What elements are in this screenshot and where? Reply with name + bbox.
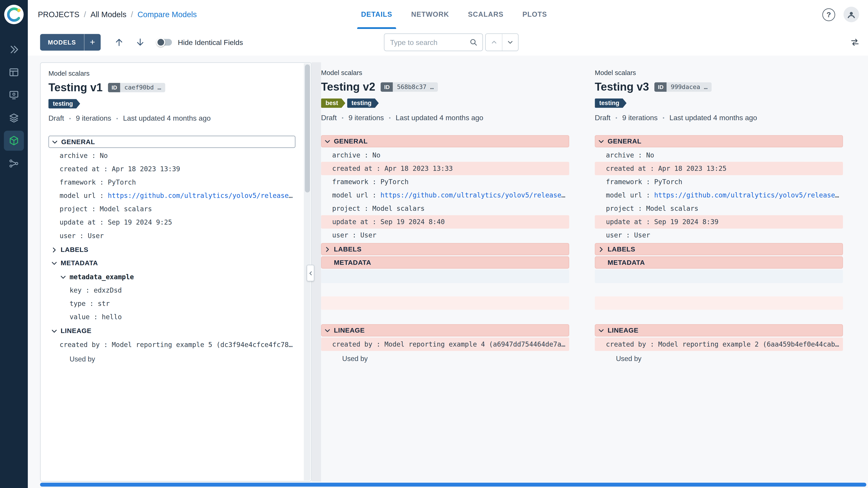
- field-value: PyTorch: [380, 178, 408, 186]
- section-header-lineage[interactable]: LINEAGE: [49, 325, 296, 337]
- field-key: project :: [59, 205, 100, 213]
- hide-identical-fields-toggle[interactable]: Hide Identical Fields: [157, 38, 243, 46]
- search-box: [384, 33, 483, 51]
- monitoring-icon[interactable]: [4, 85, 24, 105]
- model-status: Draft: [595, 113, 610, 122]
- model-id-chip[interactable]: IDcaef90bd …: [108, 83, 165, 92]
- field-value: Model scalars: [100, 205, 152, 213]
- model-sections: GENERALarchive : Nocreated at : Apr 18 2…: [49, 136, 296, 365]
- empty-diff-row: [595, 296, 843, 310]
- search-icon: [469, 38, 478, 46]
- field-key: archive :: [332, 151, 373, 159]
- field-row-framework: framework : PyTorch: [595, 175, 843, 188]
- section-header-general[interactable]: GENERAL: [321, 135, 569, 147]
- model-registry-icon[interactable]: [4, 131, 24, 151]
- model-url-link[interactable]: https://github.com/ultralytics/yolov5/re…: [108, 192, 296, 199]
- add-model-button[interactable]: +: [84, 34, 101, 51]
- datasets-layers-icon[interactable]: [4, 108, 24, 128]
- next-match-icon[interactable]: [502, 34, 518, 51]
- model-tags: testing: [49, 99, 296, 108]
- id-value: 568b8c37 …: [393, 82, 438, 92]
- iterations-count: 9 iterations: [348, 113, 384, 122]
- model-id-chip[interactable]: ID568b8c37 …: [381, 82, 438, 92]
- field-row-archive: archive : No: [49, 149, 296, 162]
- model-title-row: Testing v2ID568b8c37 …: [321, 80, 569, 94]
- move-down-icon[interactable]: [132, 34, 149, 51]
- field-value: edxzDsd: [94, 287, 122, 294]
- empty-diff-row: [321, 270, 569, 283]
- collapse-panel-button[interactable]: [307, 265, 314, 282]
- field-value: Sep 19 2024 9:25: [108, 219, 172, 226]
- header-actions: ?: [822, 7, 859, 22]
- search-input[interactable]: [390, 38, 469, 46]
- models-button[interactable]: MODELS: [40, 34, 84, 51]
- field-key: framework :: [606, 178, 654, 186]
- getting-started-icon[interactable]: [4, 39, 24, 60]
- model-id-chip[interactable]: ID999dacea …: [655, 82, 712, 92]
- field-row-project: project : Model scalars: [321, 202, 569, 215]
- projects-table-icon[interactable]: [4, 62, 24, 83]
- pipelines-icon[interactable]: [4, 153, 24, 173]
- horizontal-scrollbar[interactable]: [40, 483, 866, 487]
- section-header-general[interactable]: GENERAL: [595, 135, 843, 147]
- breadcrumb-all-models[interactable]: All Models: [90, 10, 126, 19]
- meta-dot: •: [116, 116, 118, 121]
- field-key: user :: [332, 231, 360, 239]
- field-row-update-at: update at : Sep 19 2024 9:25: [49, 216, 296, 229]
- tab-bar: DETAILS NETWORK SCALARS PLOTS: [352, 0, 557, 29]
- field-value: PyTorch: [654, 178, 682, 186]
- field-key: type :: [70, 300, 98, 307]
- field-key: framework :: [332, 178, 380, 186]
- id-value: caef90bd …: [121, 83, 165, 92]
- model-title: Testing v3: [595, 80, 649, 94]
- breadcrumb-projects[interactable]: PROJECTS: [38, 10, 79, 19]
- breadcrumb-separator: /: [131, 10, 133, 19]
- field-value: Apr 18 2023 13:25: [658, 165, 726, 172]
- field-row-project: project : Model scalars: [49, 202, 296, 216]
- tab-network[interactable]: NETWORK: [402, 0, 458, 29]
- sidebar: [0, 0, 28, 488]
- field-key: created by :: [332, 340, 384, 348]
- field-key: created at :: [332, 165, 384, 172]
- model-title: Testing v1: [49, 81, 103, 94]
- empty-diff-row: [321, 283, 569, 296]
- app-root: PROJECTS / All Models / Compare Models D…: [0, 0, 868, 488]
- section-header-metadata[interactable]: METADATA: [321, 256, 569, 269]
- section-header-labels[interactable]: LABELS: [595, 243, 843, 255]
- tab-plots[interactable]: PLOTS: [513, 0, 556, 29]
- vertical-scrollbar-thumb[interactable]: [305, 65, 310, 193]
- section-label: LINEAGE: [61, 327, 91, 335]
- field-value: Apr 18 2023 13:39: [112, 165, 180, 173]
- section-header-labels[interactable]: LABELS: [49, 243, 296, 256]
- section-label: LABELS: [61, 246, 88, 254]
- model-url-link[interactable]: https://github.com/ultralytics/yolov5/re…: [380, 191, 569, 199]
- tab-scalars[interactable]: SCALARS: [458, 0, 513, 29]
- section-label: GENERAL: [608, 137, 642, 145]
- tab-details[interactable]: DETAILS: [352, 0, 402, 29]
- empty-diff-row: [595, 270, 843, 283]
- move-up-icon[interactable]: [111, 34, 127, 51]
- user-avatar-icon[interactable]: [844, 7, 859, 22]
- field-key: project :: [606, 205, 646, 213]
- section-header-metadata[interactable]: METADATA: [49, 257, 296, 269]
- section-header-lineage[interactable]: LINEAGE: [595, 324, 843, 336]
- chevron-right-icon: [51, 246, 58, 253]
- section-label: GENERAL: [334, 137, 368, 145]
- section-header-labels[interactable]: LABELS: [321, 243, 569, 255]
- meta-dot: •: [342, 115, 344, 121]
- section-header-general[interactable]: GENERAL: [49, 136, 296, 148]
- comet-logo-icon[interactable]: [4, 4, 24, 25]
- last-updated: Last updated 4 months ago: [396, 113, 483, 122]
- metadata-group-metadata-example[interactable]: metadata_example: [49, 270, 296, 284]
- chevron-down-icon: [51, 259, 58, 267]
- model-url-link[interactable]: https://github.com/ultralytics/yolov5/re…: [654, 191, 843, 199]
- breadcrumb-compare-models[interactable]: Compare Models: [137, 10, 197, 19]
- previous-match-icon[interactable]: [486, 34, 502, 51]
- section-header-lineage[interactable]: LINEAGE: [321, 324, 569, 336]
- field-row-created-at: created at : Apr 18 2023 13:25: [595, 162, 843, 175]
- toggle-switch[interactable]: [157, 39, 172, 46]
- swap-columns-icon[interactable]: [850, 37, 860, 48]
- section-header-metadata[interactable]: METADATA: [595, 256, 843, 269]
- model-sections: GENERALarchive : Nocreated at : Apr 18 2…: [321, 135, 569, 364]
- help-icon[interactable]: ?: [822, 8, 835, 21]
